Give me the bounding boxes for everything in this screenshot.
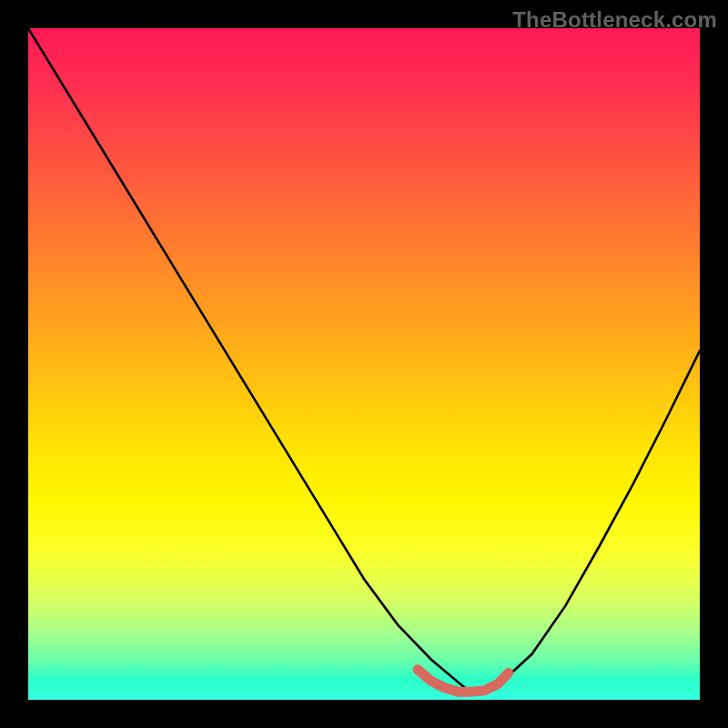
plot-area — [28, 28, 700, 700]
chart-svg — [28, 28, 700, 700]
chart-container: TheBottleneck.com — [0, 0, 728, 728]
black-curve — [28, 28, 700, 692]
red-flat-marker — [418, 670, 509, 692]
